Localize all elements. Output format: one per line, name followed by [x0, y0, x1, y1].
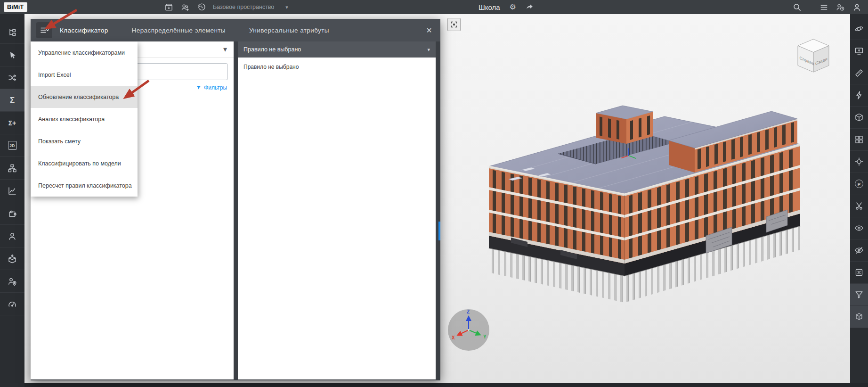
list-icon[interactable]: [819, 3, 828, 12]
menu-item-show-estimate[interactable]: Показать смету: [31, 130, 138, 152]
toolbar-item-select[interactable]: [0, 44, 24, 66]
tool-cut[interactable]: [850, 195, 868, 217]
menu-item-analyze-classifier[interactable]: Анализ классификатора: [31, 108, 138, 130]
tool-hide-element[interactable]: [850, 239, 868, 262]
axis-x-label: X: [452, 335, 455, 340]
filter-icon: [854, 290, 864, 299]
toolbar-item-user-location[interactable]: [0, 270, 24, 293]
left-toolbar: Σ Σ+ 2D: [0, 14, 24, 387]
toolbar-item-connections[interactable]: [0, 66, 24, 89]
panel-scroll-thumb[interactable]: [438, 222, 440, 240]
topbar-right-icons: [793, 0, 861, 14]
view-2d-icon: 2D: [8, 141, 17, 150]
structure-tree-icon: [8, 28, 17, 37]
filters-label: Фильтры: [204, 84, 227, 91]
org-structure-icon: [8, 164, 17, 173]
navigation-cube[interactable]: Справа Сзади: [792, 35, 835, 78]
add-group-icon[interactable]: [181, 3, 190, 12]
axis-z-label: Z: [467, 309, 470, 314]
hide-element-icon: [854, 246, 864, 255]
show-element-icon: [854, 223, 864, 233]
menu-item-classify-by-model[interactable]: Классифицировать по модели: [31, 152, 138, 174]
menu-item-import-excel[interactable]: Import Excel: [31, 64, 138, 86]
workspace-label: Базовое пространство: [213, 4, 274, 10]
menu-item-manage-classifiers[interactable]: Управление классификаторами: [31, 41, 138, 64]
toolbar-item-dashboard[interactable]: [0, 293, 24, 315]
tab-classifier[interactable]: Классификатор: [60, 27, 108, 34]
toolbar-item-classifier-plus[interactable]: Σ+: [0, 112, 24, 134]
rule-empty-text: Правило не выбрано: [238, 58, 436, 76]
toolbar-item-classifier[interactable]: Σ: [0, 89, 24, 112]
classifier-panel-header: Классификатор Нераспределённые элементы …: [31, 19, 440, 41]
toolbar-item-charts[interactable]: [0, 180, 24, 202]
tool-grid[interactable]: [850, 129, 868, 151]
tab-universal-attributes[interactable]: Универсальные атрибуты: [249, 27, 329, 34]
bottom-strip: [0, 383, 868, 387]
tool-plan-mode[interactable]: P: [850, 173, 868, 195]
close-icon[interactable]: ×: [426, 25, 432, 35]
charts-icon: [8, 186, 17, 196]
workspace-selector[interactable]: Базовое пространство ▾: [213, 0, 288, 14]
tool-clear-selection[interactable]: [850, 262, 868, 284]
toolbar-item-export-model[interactable]: [0, 247, 24, 270]
axis-y-label: Y: [483, 334, 487, 339]
share-icon[interactable]: [526, 3, 534, 11]
topbar-left-icons: [164, 0, 206, 14]
rule-pane: Правило не выбрано ▾ Правило не выбрано: [238, 41, 436, 379]
focus-icon: [854, 157, 864, 166]
classifier-sigma-icon: Σ: [10, 96, 15, 105]
tool-focus[interactable]: [850, 151, 868, 173]
clash-bolt-icon: [854, 91, 864, 100]
tool-screen-cast[interactable]: [850, 40, 868, 62]
measure-icon: [854, 68, 864, 78]
export-box-icon: [8, 254, 17, 263]
plugins-icon: [8, 209, 17, 218]
top-bar: BiMiT Базовое пространство ▾ Школа ⚙: [0, 0, 868, 14]
project-title: Школа: [479, 3, 500, 11]
tab-unallocated-elements[interactable]: Нераспределённые элементы: [132, 27, 226, 34]
search-icon[interactable]: [793, 3, 802, 12]
capture-region-button[interactable]: [447, 18, 461, 31]
toolbar-item-org-structure[interactable]: [0, 157, 24, 180]
app-logo: BiMiT: [4, 2, 27, 12]
archive-box-icon[interactable]: [164, 3, 173, 12]
select-cursor-icon: [8, 50, 17, 60]
orbit-icon: [854, 24, 864, 33]
grid-icon: [854, 135, 864, 144]
chevron-down-icon: ▾: [285, 4, 288, 10]
view-cube-icon: [854, 312, 864, 321]
toolbar-item-2d[interactable]: 2D: [0, 134, 24, 157]
menu-item-recalc-rules[interactable]: Пересчет правил классификатора: [31, 174, 138, 197]
toolbar-item-users[interactable]: [0, 225, 24, 247]
tool-orbit[interactable]: [850, 18, 868, 40]
classifier-menu-button[interactable]: [36, 22, 52, 38]
gauge-icon: [8, 299, 17, 309]
menu-item-update-classifier[interactable]: Обновление классификатора: [31, 86, 138, 108]
history-icon[interactable]: [197, 3, 206, 12]
axis-gizmo[interactable]: Z X Y: [446, 307, 493, 354]
cut-icon: [854, 201, 864, 211]
clear-selection-icon: [854, 268, 864, 277]
classifier-menu: Управление классификаторами Import Excel…: [31, 41, 138, 197]
session-icon[interactable]: [836, 3, 845, 12]
sigma-plus-icon: Σ+: [8, 119, 16, 127]
classifier-tabs: Классификатор Нераспределённые элементы …: [60, 27, 329, 34]
account-icon[interactable]: [852, 3, 861, 12]
user-location-icon: [8, 277, 17, 286]
tool-view-cube[interactable]: [850, 306, 868, 328]
tool-clash[interactable]: [850, 84, 868, 107]
topbar-center: Школа ⚙: [479, 0, 534, 14]
rule-selector[interactable]: Правило не выбрано ▾: [238, 41, 436, 58]
tool-show-element[interactable]: [850, 217, 868, 239]
tool-filter[interactable]: [850, 284, 868, 306]
connections-icon: [8, 73, 17, 82]
chevron-down-icon: ▾: [223, 45, 227, 54]
tool-section-box[interactable]: [850, 107, 868, 129]
toolbar-item-plugins[interactable]: [0, 202, 24, 225]
screen-cast-icon: [854, 46, 864, 56]
pane-divider: [234, 41, 238, 379]
users-icon: [8, 231, 17, 241]
gear-icon[interactable]: ⚙: [510, 3, 516, 11]
tool-measure[interactable]: [850, 62, 868, 84]
toolbar-item-structure[interactable]: [0, 21, 24, 44]
